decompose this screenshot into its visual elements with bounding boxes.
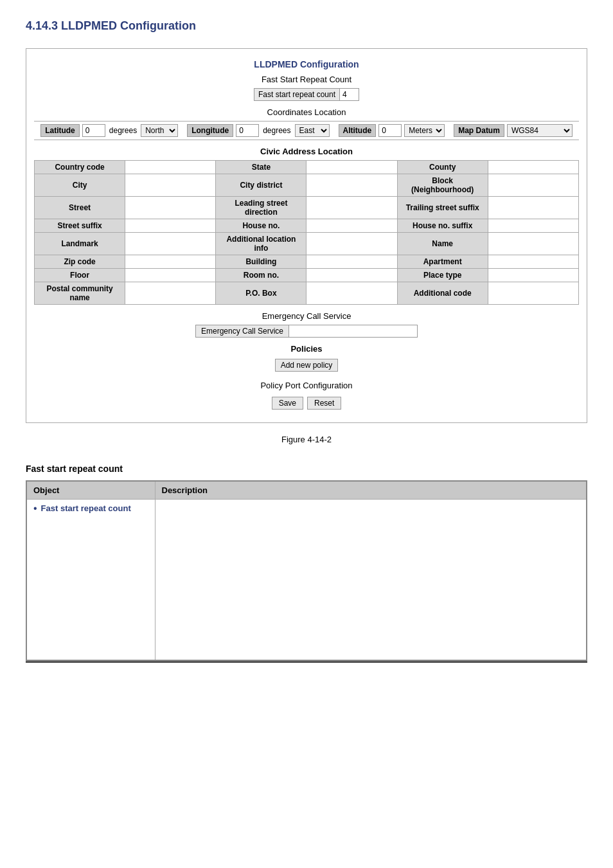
map-datum-select[interactable]: WGS84 NAD83 NAD83/MLLW	[507, 124, 573, 137]
civic-input-apartment[interactable]	[488, 255, 578, 269]
civic-input-po-box[interactable]	[306, 282, 397, 305]
altitude-label: Altitude	[339, 124, 377, 137]
civic-row-4: Landmark Additional location info Name	[35, 233, 579, 255]
col-object: Object	[26, 481, 155, 500]
emergency-call-input[interactable]	[289, 325, 418, 338]
civic-row-2: Street Leading street direction Trailing…	[35, 197, 579, 219]
longitude-unit: degrees	[262, 126, 292, 135]
civic-table: Country code State County City City dist…	[34, 160, 579, 305]
civic-row-5: Zip code Building Apartment	[35, 255, 579, 269]
civic-label-city-district: City district	[216, 174, 306, 197]
civic-label-floor: Floor	[35, 269, 125, 282]
latitude-input[interactable]	[82, 124, 105, 137]
civic-label-trailing-street: Trailing street suffix	[397, 197, 488, 219]
civic-input-street[interactable]	[125, 197, 216, 219]
civic-input-city[interactable]	[125, 174, 216, 197]
bottom-border	[26, 661, 587, 663]
longitude-direction-select[interactable]: East West	[295, 124, 330, 137]
fast-start-input[interactable]	[340, 88, 359, 101]
civic-label-state: State	[216, 161, 306, 174]
coordinates-row: Latitude degrees North South Longitude d…	[34, 121, 579, 140]
civic-input-floor[interactable]	[125, 269, 216, 282]
coordinates-title: Coordinates Location	[34, 107, 579, 117]
latitude-label: Latitude	[40, 124, 80, 137]
civic-input-county[interactable]	[488, 161, 578, 174]
object-cell: • Fast start repeat count	[26, 500, 155, 660]
civic-input-state[interactable]	[306, 161, 397, 174]
altitude-unit-select[interactable]: Meters Feet	[404, 124, 445, 137]
civic-input-name[interactable]	[488, 233, 578, 255]
fast-start-section-title: Fast Start Repeat Count	[34, 75, 579, 84]
civic-input-room-no[interactable]	[306, 269, 397, 282]
civic-label-po-box: P.O. Box	[216, 282, 306, 305]
civic-input-trailing-street[interactable]	[488, 197, 578, 219]
civic-label-street-suffix: Street suffix	[35, 219, 125, 233]
description-cell	[155, 500, 587, 660]
civic-input-building[interactable]	[306, 255, 397, 269]
altitude-input[interactable]	[378, 124, 402, 137]
civic-label-house-no: House no.	[216, 219, 306, 233]
longitude-input[interactable]	[236, 124, 259, 137]
civic-label-street: Street	[35, 197, 125, 219]
ecs-row: Emergency Call Service	[34, 325, 579, 338]
latitude-unit: degrees	[108, 126, 138, 135]
fast-start-row: Fast start repeat count	[34, 88, 579, 101]
civic-input-country-code[interactable]	[125, 161, 216, 174]
latitude-direction-select[interactable]: North South	[141, 124, 178, 137]
civic-label-county: County	[397, 161, 488, 174]
bullet-item: • Fast start repeat count	[33, 503, 148, 514]
map-datum-label: Map Datum	[454, 124, 504, 137]
figure-caption: Figure 4-14-2	[26, 435, 587, 444]
policy-port-title: Policy Port Configuration	[34, 381, 579, 390]
save-reset-row: Save Reset	[34, 397, 579, 410]
emergency-section: Emergency Call Service Emergency Call Se…	[34, 311, 579, 410]
civic-input-additional-code[interactable]	[488, 282, 578, 305]
page-title: 4.14.3 LLDPMED Configuration	[26, 19, 587, 33]
civic-input-additional-location[interactable]	[306, 233, 397, 255]
longitude-label: Longitude	[187, 124, 233, 137]
add-policy-row: Add new policy	[34, 359, 579, 372]
table-section-heading: Fast start repeat count	[26, 464, 587, 474]
config-box: LLDPMED Configuration Fast Start Repeat …	[26, 48, 587, 423]
save-button[interactable]: Save	[272, 397, 303, 410]
civic-label-landmark: Landmark	[35, 233, 125, 255]
civic-row-7: Postal community name P.O. Box Additiona…	[35, 282, 579, 305]
civic-input-house-no-suffix[interactable]	[488, 219, 578, 233]
civic-label-house-no-suffix: House no. suffix	[397, 219, 488, 233]
table-header-row: Object Description	[26, 481, 587, 500]
civic-input-zip[interactable]	[125, 255, 216, 269]
civic-input-leading-street[interactable]	[306, 197, 397, 219]
bullet-icon: •	[33, 503, 37, 514]
civic-label-leading-street: Leading street direction	[216, 197, 306, 219]
config-main-title: LLDPMED Configuration	[34, 59, 579, 69]
emergency-call-button[interactable]: Emergency Call Service	[195, 325, 289, 338]
civic-label-zip: Zip code	[35, 255, 125, 269]
civic-input-street-suffix[interactable]	[125, 219, 216, 233]
emergency-title: Emergency Call Service	[34, 311, 579, 321]
fast-start-item-label: Fast start repeat count	[41, 503, 131, 513]
civic-label-block: Block (Neighbourhood)	[397, 174, 488, 197]
civic-input-block[interactable]	[488, 174, 578, 197]
civic-label-postal-community: Postal community name	[35, 282, 125, 305]
civic-input-landmark[interactable]	[125, 233, 216, 255]
reset-button[interactable]: Reset	[307, 397, 341, 410]
add-policy-button[interactable]: Add new policy	[275, 359, 339, 372]
civic-label-additional-code: Additional code	[397, 282, 488, 305]
civic-row-3: Street suffix House no. House no. suffix	[35, 219, 579, 233]
civic-input-house-no[interactable]	[306, 219, 397, 233]
table-row: • Fast start repeat count	[26, 500, 587, 660]
fast-start-button[interactable]: Fast start repeat count	[254, 88, 340, 101]
policies-title: Policies	[34, 344, 579, 354]
col-description: Description	[155, 481, 587, 500]
civic-input-city-district[interactable]	[306, 174, 397, 197]
civic-title: Civic Address Location	[34, 147, 579, 156]
civic-input-postal-community[interactable]	[125, 282, 216, 305]
civic-input-place-type[interactable]	[488, 269, 578, 282]
civic-label-place-type: Place type	[397, 269, 488, 282]
civic-label-name: Name	[397, 233, 488, 255]
civic-row-0: Country code State County	[35, 161, 579, 174]
info-table: Object Description • Fast start repeat c…	[26, 480, 587, 661]
civic-label-country-code: Country code	[35, 161, 125, 174]
civic-label-apartment: Apartment	[397, 255, 488, 269]
civic-label-additional-location: Additional location info	[216, 233, 306, 255]
